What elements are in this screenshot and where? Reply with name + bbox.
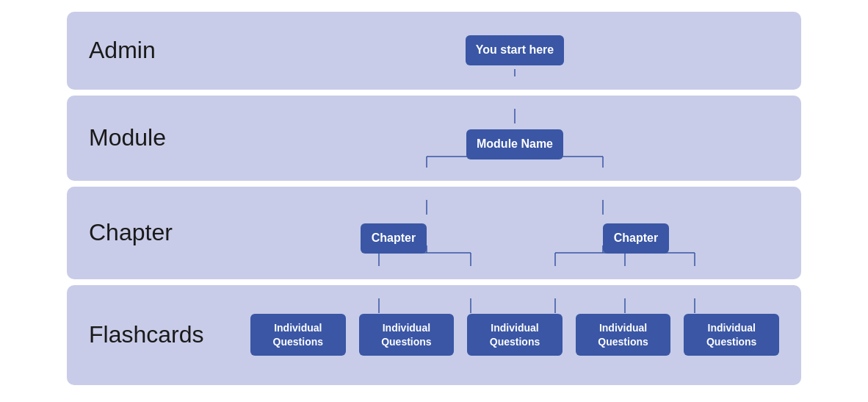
flashcards-row: Flashcards Individual Questions Individu… (67, 285, 801, 385)
diagram-container: Admin You start here Module (67, 12, 801, 391)
flashcard-node-3[interactable]: Individual Questions (467, 314, 563, 355)
flashcards-label: Flashcards (89, 321, 250, 348)
admin-label: Admin (89, 37, 250, 64)
chapter-label: Chapter (89, 219, 250, 246)
flashcard-node-1[interactable]: Individual Questions (250, 314, 346, 355)
chapter-node-1[interactable]: Chapter (361, 223, 427, 254)
admin-content: You start here (250, 25, 779, 76)
start-here-node[interactable]: You start here (466, 35, 564, 65)
flashcard-node-5[interactable]: Individual Questions (684, 314, 779, 355)
chapter-content: Chapter Chapter (250, 200, 779, 266)
chapter-node-2[interactable]: Chapter (603, 223, 669, 254)
admin-row: Admin You start here (67, 12, 801, 90)
module-label: Module (89, 124, 250, 151)
module-row: Module Module Name (67, 96, 801, 181)
flashcards-content: Individual Questions Individual Question… (250, 298, 779, 372)
flashcard-node-4[interactable]: Individual Questions (576, 314, 671, 355)
chapter-row: Chapter (67, 187, 801, 279)
flashcard-node-2[interactable]: Individual Questions (359, 314, 455, 355)
module-content: Module Name (250, 109, 779, 168)
module-name-node[interactable]: Module Name (466, 129, 563, 159)
